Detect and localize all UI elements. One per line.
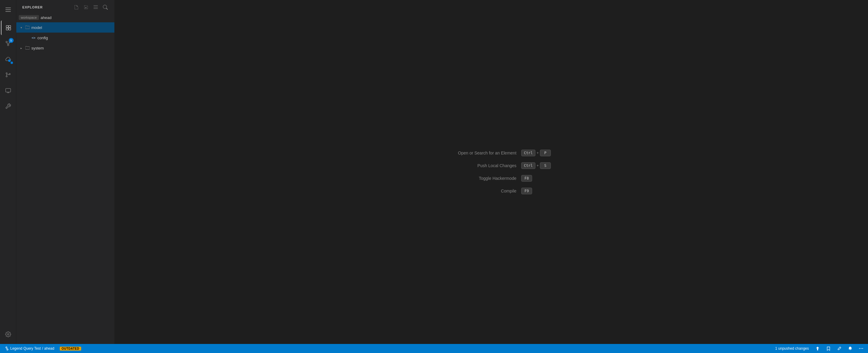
- activity-bar: 1: [0, 0, 16, 344]
- search-button[interactable]: [101, 3, 110, 11]
- shortcuts-panel: Open or Search for an Element Ctrl + P P…: [432, 150, 551, 194]
- shortcut-keys-push: Ctrl + S: [521, 162, 551, 169]
- settings-icon[interactable]: [1, 327, 16, 342]
- svg-point-10: [8, 59, 10, 62]
- sidebar-title: EXPLORER: [22, 5, 43, 9]
- svg-point-6: [7, 44, 9, 46]
- unpushed-changes-text: 1 unpushed changes: [775, 346, 809, 351]
- tree-item-system[interactable]: system: [16, 43, 114, 53]
- svg-point-12: [6, 76, 7, 77]
- folder-icon-model: [25, 25, 30, 30]
- upload-icon: [815, 346, 820, 351]
- status-left: Legend Query Test / ahead OUTDATED: [4, 344, 83, 353]
- svg-point-22: [859, 348, 860, 349]
- shortcut-label-open: Open or Search for an Element: [432, 151, 517, 155]
- bookmark-icon: [826, 346, 831, 351]
- kbd-plus-open: +: [537, 151, 539, 155]
- kbd-f9: F9: [521, 188, 532, 194]
- hamburger-lines: [5, 7, 11, 12]
- outdated-badge: OUTDATED: [60, 347, 81, 351]
- shortcut-label-push: Push Local Changes: [432, 163, 517, 168]
- shortcut-label-compile: Compile: [432, 189, 517, 193]
- kbd-ctrl-push: Ctrl: [521, 162, 535, 169]
- code-icon-config: <>: [31, 35, 36, 40]
- shortcut-row-push: Push Local Changes Ctrl + S: [432, 162, 551, 169]
- svg-rect-2: [6, 28, 8, 30]
- new-folder-button[interactable]: [82, 3, 90, 11]
- svg-point-20: [7, 349, 8, 350]
- hamburger-menu-icon[interactable]: [1, 2, 16, 17]
- tree-item-model[interactable]: model: [16, 22, 114, 33]
- status-edit-icon[interactable]: [836, 344, 843, 353]
- status-unpushed[interactable]: 1 unpushed changes: [774, 344, 810, 353]
- workspace-name: ahead: [41, 15, 52, 20]
- svg-point-4: [6, 41, 7, 43]
- svg-point-19: [6, 347, 7, 348]
- bell-icon: [848, 346, 852, 351]
- svg-rect-0: [6, 26, 8, 28]
- sidebar-actions: [72, 3, 110, 11]
- more-icon: [859, 346, 863, 351]
- svg-point-23: [861, 348, 862, 349]
- edit-icon: [837, 346, 841, 351]
- kbd-ctrl-open: Ctrl: [521, 150, 535, 156]
- folder-icon-system: [25, 45, 30, 51]
- status-outdated[interactable]: OUTDATED: [59, 344, 83, 353]
- shortcut-label-hacker: Toggle Hackermode: [432, 176, 517, 181]
- tree-label-config: config: [37, 36, 48, 40]
- shortcut-row-open: Open or Search for an Element Ctrl + P: [432, 150, 551, 156]
- shortcut-keys-compile: F9: [521, 188, 532, 194]
- status-separator: /: [42, 346, 43, 351]
- kbd-f8: F8: [521, 175, 532, 182]
- new-file-button[interactable]: [72, 3, 81, 11]
- cloud-icon[interactable]: [1, 52, 16, 66]
- svg-point-18: [7, 334, 9, 335]
- shortcut-keys-open: Ctrl + P: [521, 150, 551, 156]
- svg-point-11: [6, 73, 7, 74]
- status-bookmark-icon[interactable]: [825, 344, 832, 353]
- branch-icon[interactable]: [1, 68, 16, 82]
- svg-line-21: [6, 348, 7, 349]
- svg-rect-1: [8, 26, 10, 28]
- status-project-name: Legend Query Test: [10, 346, 41, 351]
- shortcut-row-compile: Compile F9: [432, 188, 532, 194]
- svg-rect-15: [5, 88, 10, 92]
- file-tree: model <> config system: [16, 22, 114, 344]
- main-content: Open or Search for an Element Ctrl + P P…: [115, 0, 868, 344]
- svg-line-7: [7, 43, 8, 44]
- status-more-icon[interactable]: [858, 344, 864, 353]
- sidebar: EXPLORER: [16, 0, 115, 344]
- sidebar-header: EXPLORER: [16, 0, 114, 14]
- tree-label-model: model: [31, 25, 42, 30]
- activity-bar-top: 1: [1, 2, 16, 326]
- kbd-plus-push: +: [537, 163, 539, 168]
- status-upload-icon[interactable]: [814, 344, 821, 353]
- collapse-all-button[interactable]: [91, 3, 100, 11]
- explorer-icon[interactable]: [1, 21, 16, 35]
- workspace-bar: workspace ahead: [16, 14, 114, 22]
- status-bar: Legend Query Test / ahead OUTDATED 1 unp…: [0, 344, 868, 353]
- source-control-status-icon: [5, 346, 9, 351]
- svg-rect-3: [8, 28, 10, 30]
- status-branch-name: ahead: [44, 346, 54, 351]
- display-icon[interactable]: [1, 83, 16, 98]
- svg-point-24: [862, 348, 863, 349]
- chevron-model: [19, 25, 24, 30]
- kbd-p-open: P: [540, 150, 551, 156]
- shortcut-row-hacker: Toggle Hackermode F8: [432, 175, 532, 182]
- wrench-icon[interactable]: [1, 99, 16, 114]
- svg-line-8: [8, 43, 10, 44]
- kbd-s-push: S: [540, 162, 551, 169]
- tree-label-system: system: [31, 46, 44, 51]
- status-project[interactable]: Legend Query Test / ahead: [4, 344, 56, 353]
- source-control-badge: 1: [9, 38, 13, 43]
- source-control-icon[interactable]: 1: [1, 36, 16, 51]
- activity-bar-bottom: [1, 327, 16, 344]
- chevron-system: [19, 45, 24, 51]
- tree-item-config[interactable]: <> config: [16, 33, 114, 43]
- status-bell-icon[interactable]: [847, 344, 854, 353]
- workspace-tag: workspace: [19, 15, 39, 20]
- shortcut-keys-hacker: F8: [521, 175, 532, 182]
- status-right: 1 unpushed changes: [774, 344, 864, 353]
